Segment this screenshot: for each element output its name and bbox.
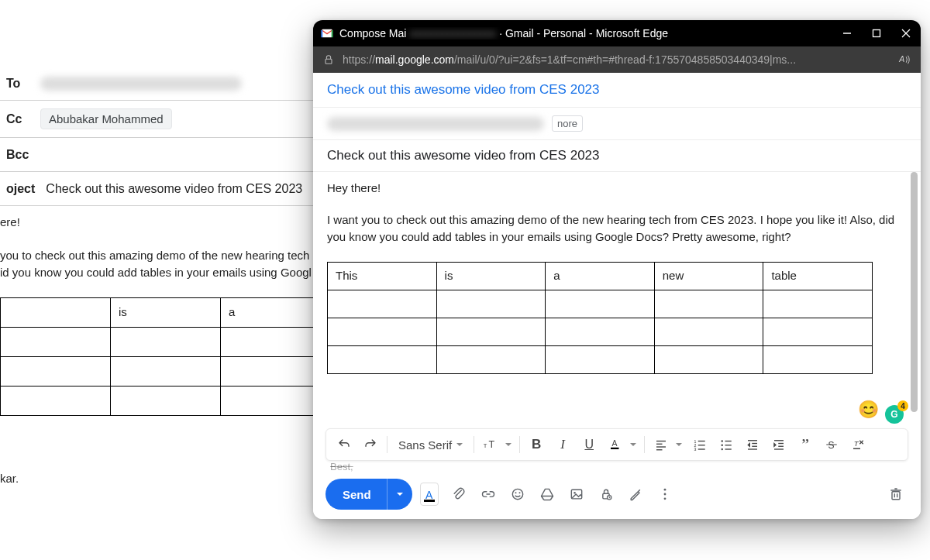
svg-line-47 <box>541 496 543 500</box>
body-line: you to check out this amazing demo of th… <box>0 247 313 265</box>
background-body[interactable]: ere! you to check out this amazing demo … <box>0 206 313 487</box>
underline-button[interactable]: U <box>577 433 601 456</box>
svg-line-48 <box>550 496 553 500</box>
indent-less-button[interactable] <box>741 433 764 456</box>
gmail-favicon-icon <box>321 27 333 40</box>
align-button[interactable] <box>649 433 673 456</box>
to-row[interactable]: nore <box>313 108 921 140</box>
table-cell[interactable]: is <box>111 297 221 327</box>
to-recipient-blurred <box>40 77 242 91</box>
discard-draft-button[interactable] <box>884 482 908 507</box>
address-bar[interactable]: https://mail.google.com/mail/u/0/?ui=2&f… <box>313 46 921 73</box>
svg-line-55 <box>609 497 610 498</box>
lock-icon <box>322 53 335 66</box>
italic-button[interactable]: I <box>551 433 574 456</box>
subject-value[interactable]: Check out this awesome video from CES 20… <box>46 182 302 196</box>
table-cell[interactable]: is <box>436 262 546 290</box>
body-line: id you know you could add tables in your… <box>0 264 313 282</box>
cc-chip[interactable]: Abubakar Mohammed <box>40 108 172 129</box>
strikethrough-button[interactable]: S <box>820 433 843 456</box>
body-line: ere! <box>0 214 313 232</box>
table-cell[interactable]: a <box>221 297 314 327</box>
confidential-mode-button[interactable] <box>594 482 618 507</box>
email-body[interactable]: Hey there! I want you to check out this … <box>313 172 921 425</box>
text-color-button[interactable]: A <box>604 433 627 456</box>
svg-text:T: T <box>484 442 487 449</box>
greeting-line: Hey there! <box>327 180 907 198</box>
send-options-dropdown[interactable] <box>387 479 412 510</box>
subject-field[interactable]: Check out this awesome video from CES 20… <box>313 140 921 172</box>
more-recipients-badge[interactable]: nore <box>552 115 583 132</box>
insert-signature-button[interactable] <box>623 482 648 507</box>
table-cell[interactable] <box>1 297 111 327</box>
insert-drive-button[interactable] <box>535 482 560 507</box>
svg-rect-10 <box>611 448 619 449</box>
closing-line: kar. <box>0 470 313 488</box>
to-label: To <box>6 77 40 91</box>
svg-point-57 <box>663 493 666 496</box>
maximize-button[interactable] <box>870 26 884 40</box>
svg-point-23 <box>722 448 723 450</box>
remove-formatting-button[interactable]: T <box>846 433 870 456</box>
svg-text:T: T <box>489 439 495 450</box>
formatting-toolbar: Sans Serif TT B I U A 123 ” S T <box>326 428 908 461</box>
compose-area: Check out this awesome video from CES 20… <box>313 73 921 519</box>
formatting-options-button[interactable]: A <box>417 482 442 507</box>
bold-button[interactable]: B <box>525 433 548 456</box>
send-button[interactable]: Send <box>326 479 387 510</box>
svg-text:T: T <box>854 439 859 448</box>
svg-rect-5 <box>326 59 332 64</box>
insert-link-button[interactable] <box>476 482 501 507</box>
emoji-face-icon[interactable]: 😊 <box>858 397 879 422</box>
compose-header-link[interactable]: Check out this awesome video from CES 20… <box>313 73 921 108</box>
svg-point-43 <box>512 489 522 499</box>
background-compose-form: To Cc Abubakar Mohammed Bcc oject Check … <box>0 67 313 487</box>
table-cell[interactable]: This <box>328 262 437 290</box>
url-text[interactable]: https://mail.google.com/mail/u/0/?ui=2&f… <box>343 53 890 66</box>
window-titlebar[interactable]: Compose Mai xxxxxxxxxxxxxxxx · Gmail - P… <box>313 20 921 46</box>
font-size-dropdown[interactable]: TT <box>479 433 502 456</box>
insert-photo-button[interactable] <box>564 482 589 507</box>
chevron-down-icon <box>630 443 636 446</box>
table-cell[interactable]: new <box>654 262 763 290</box>
redo-button[interactable] <box>359 433 382 456</box>
bulleted-list-button[interactable] <box>715 433 738 456</box>
chevron-down-icon <box>456 443 463 446</box>
numbered-list-button[interactable]: 123 <box>688 433 711 456</box>
svg-point-21 <box>722 440 723 441</box>
svg-point-45 <box>518 492 520 493</box>
svg-text:A: A <box>898 54 904 64</box>
font-family-dropdown[interactable]: Sans Serif <box>392 433 469 456</box>
read-aloud-icon[interactable]: A <box>897 53 911 67</box>
attach-file-button[interactable] <box>446 482 471 507</box>
send-split-button: Send <box>326 479 412 510</box>
to-recipient-blurred <box>327 117 544 131</box>
chevron-down-icon <box>505 443 512 446</box>
grammarly-icon[interactable]: G4 <box>885 405 904 424</box>
svg-point-56 <box>663 489 666 491</box>
table-cell[interactable]: a <box>546 262 655 290</box>
undo-button[interactable] <box>332 433 356 456</box>
signature-line: Best, <box>313 461 921 477</box>
close-button[interactable] <box>899 26 913 40</box>
email-table[interactable]: This is a new table <box>327 262 873 374</box>
svg-text:3: 3 <box>694 447 697 452</box>
background-table[interactable]: is a new <box>0 297 313 416</box>
svg-rect-59 <box>892 492 900 500</box>
minimize-button[interactable] <box>840 26 854 40</box>
svg-point-22 <box>722 445 723 446</box>
quote-button[interactable]: ” <box>794 433 817 456</box>
body-paragraph: I want you to check out this amazing dem… <box>327 211 907 246</box>
compose-action-bar: Send A <box>313 477 921 519</box>
table-cell[interactable]: table <box>763 262 873 290</box>
svg-marker-36 <box>773 442 777 448</box>
svg-marker-46 <box>541 489 553 496</box>
svg-point-51 <box>574 492 576 494</box>
chevron-down-icon <box>676 443 682 446</box>
indent-more-button[interactable] <box>767 433 790 456</box>
more-options-button[interactable] <box>653 482 677 507</box>
scrollbar-thumb[interactable] <box>911 172 918 412</box>
svg-text:A: A <box>612 438 618 448</box>
svg-point-58 <box>663 497 666 500</box>
insert-emoji-button[interactable] <box>505 482 530 507</box>
